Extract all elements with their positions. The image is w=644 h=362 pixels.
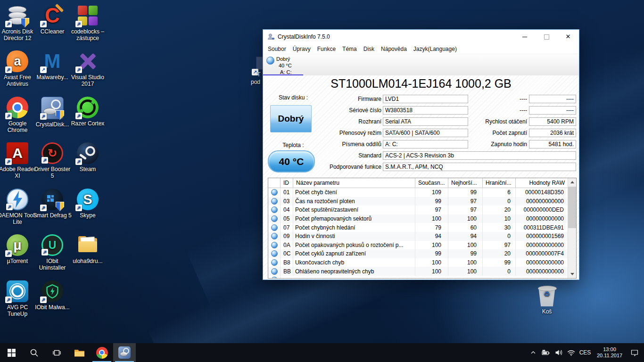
- tray-volume-button[interactable]: [553, 343, 565, 362]
- desktop-icon-codeblocks[interactable]: ↗codeblocks – zástupce: [67, 5, 108, 41]
- disk-tab[interactable]: Dobrý 40 °C A: C:: [263, 54, 303, 76]
- smart-defrag-icon: ↗: [41, 189, 63, 210]
- scrollbar-thumb[interactable]: [568, 187, 576, 228]
- field-mid-0-label: Firmware: [301, 95, 381, 103]
- tray-language-indicator[interactable]: CES: [577, 343, 593, 362]
- desktop-icon-razer-cortex[interactable]: ↗Razer Cortex: [67, 97, 108, 127]
- search-button[interactable]: [23, 343, 45, 362]
- shortcut-arrow-icon: ↗: [40, 113, 47, 120]
- smart-row-BB[interactable]: BBOhlášeno neopravitelných chyb100100000…: [268, 267, 576, 276]
- cell: 000000000000: [516, 241, 568, 250]
- desktop-icon-iobit-malware[interactable]: ↗IObit Malwa...: [32, 280, 73, 311]
- cell: 100: [415, 267, 448, 276]
- desktop-icon-smart-defrag[interactable]: ↗Smart Defrag 5: [32, 189, 73, 219]
- field-mid-3-value: SATA/600 | SATA/600: [383, 129, 468, 137]
- field-wide-1-label: Podporované funkce: [301, 163, 381, 171]
- tray-wifi-button[interactable]: [565, 343, 577, 362]
- desktop-icon-steam[interactable]: ↗Steam: [67, 142, 108, 173]
- cell: 6: [483, 188, 516, 197]
- field-mid-0-value: LVD1: [383, 95, 468, 103]
- action-center-button[interactable]: [626, 343, 643, 362]
- smart-row-05[interactable]: 05Počet přemapovaných sektorů10010010000…: [268, 214, 576, 223]
- menu-item-funkce[interactable]: Funkce: [314, 46, 339, 52]
- smart-row-04[interactable]: 04Počet spuštění/zastavení97972000000000…: [268, 206, 576, 214]
- desktop-icon-label: Visual Studio 2017: [68, 74, 107, 87]
- shortcut-arrow-icon: ↗: [41, 249, 48, 255]
- cell: Hodin v činnosti: [293, 232, 415, 241]
- desktop-icon-label: codeblocks – zástupce: [68, 28, 107, 41]
- partial-icon-image: [256, 57, 263, 70]
- taskbar-chrome-button[interactable]: [91, 343, 113, 362]
- field-right-2-label: Rychlost otáčení: [466, 117, 527, 126]
- taskbar-crystaldiskinfo-button[interactable]: [113, 343, 136, 362]
- header-cell-icon[interactable]: [268, 178, 281, 188]
- desktop-icon-label: Smart Defrag 5: [33, 212, 71, 219]
- shortcut-arrow-icon: ↗: [75, 21, 82, 27]
- blue-status-icon: [271, 198, 278, 205]
- menu-item-npovda[interactable]: Nápověda: [378, 46, 410, 52]
- smart-row-B8[interactable]: B8Ukončovacích chyb10010099000000000000: [268, 258, 576, 267]
- file-explorer-button[interactable]: [68, 343, 91, 362]
- cell: BB: [281, 267, 293, 276]
- tray-battery-button[interactable]: [539, 343, 553, 362]
- smart-row-07[interactable]: 07Počet chybných hledání796030000311DBEA…: [268, 223, 576, 232]
- desktop-icon-ccleaner[interactable]: C↗CCleaner: [32, 5, 73, 35]
- driver-booster-icon: ↻↗: [41, 142, 63, 164]
- field-right-0-value: ----: [529, 95, 576, 103]
- cell: 07: [281, 223, 293, 232]
- scroll-down-button[interactable]: [568, 270, 576, 278]
- smart-row-0C[interactable]: 0CPočet cyklů zapnutí zařízení9999200000…: [268, 249, 576, 258]
- desktop-icon-recycle-bin[interactable]: ♻ Koš: [527, 286, 567, 315]
- field-mid-2-value: Serial ATA: [383, 117, 468, 126]
- header-cell[interactable]: Současn...: [415, 178, 448, 188]
- menu-item-jazyklanguage[interactable]: Jazyk(Language): [410, 46, 460, 52]
- tray-clock[interactable]: 13:00 20.11.2017: [593, 343, 626, 362]
- header-cell[interactable]: ID: [281, 178, 293, 188]
- status-sphere-cell: [268, 232, 281, 241]
- smart-row-09[interactable]: 09Hodin v činnosti94940000000001569: [268, 232, 576, 241]
- desktop-icon-label: Razer Cortex: [71, 120, 105, 127]
- cell: Ukončovacích chyb: [293, 258, 415, 267]
- header-cell[interactable]: Hodnoty RAW: [516, 178, 568, 188]
- table-scrollbar[interactable]: [568, 178, 576, 278]
- desktop-icon-crystaldiskinfo[interactable]: ↗CrystalDisk...: [32, 97, 73, 128]
- cell: 97: [415, 206, 448, 214]
- desktop-icon-uloha-folder[interactable]: uloha9dru...: [67, 234, 108, 264]
- field-mid-1-label: Sériové číslo: [301, 106, 381, 115]
- field-mid-4-value: A: C:: [383, 140, 468, 148]
- task-view-button[interactable]: [45, 343, 68, 362]
- minimize-button[interactable]: [514, 30, 536, 44]
- status-sphere-cell: [268, 214, 281, 223]
- menu-item-soubor[interactable]: Soubor: [264, 46, 289, 52]
- start-button[interactable]: [0, 343, 23, 362]
- menu-item-tma[interactable]: Téma: [339, 46, 360, 52]
- smart-row-0A[interactable]: 0APočet opakovaných pokusů o roztočení p…: [268, 241, 576, 250]
- task-view-icon: [52, 349, 61, 357]
- header-cell[interactable]: Název parametru: [293, 178, 415, 188]
- close-button[interactable]: ✕: [557, 30, 579, 44]
- field-right-3-label: Počet zapnutí: [466, 129, 527, 137]
- menu-item-pravy[interactable]: Úpravy: [289, 46, 314, 52]
- maximize-button[interactable]: [536, 30, 557, 44]
- field-right-1-label: ----: [466, 106, 527, 115]
- scroll-up-button[interactable]: [568, 178, 576, 186]
- desktop-icon-iobit-uninstaller[interactable]: U↗IObit Uninstaller: [32, 234, 73, 271]
- cell: Čas na roztočení ploten: [293, 197, 415, 206]
- smart-row-03[interactable]: 03Čas na roztočení ploten999700000000000…: [268, 197, 576, 206]
- blue-status-icon: [271, 277, 278, 279]
- desktop-icon-driver-booster[interactable]: ↻↗Driver Booster 5: [32, 142, 73, 179]
- header-cell[interactable]: Nejhorší...: [448, 178, 483, 188]
- menu-item-disk[interactable]: Disk: [360, 46, 378, 52]
- window-titlebar[interactable]: CrystalDiskInfo 7.5.0 ✕: [263, 30, 579, 44]
- blue-status-icon: [271, 259, 278, 266]
- desktop-icon-visual-studio[interactable]: ↗Visual Studio 2017: [67, 50, 108, 87]
- smart-row-01[interactable]: 01Počet chyb čtení10999600000148D350: [268, 188, 576, 197]
- triangle-down-icon: [570, 273, 574, 275]
- tray-chevron-button[interactable]: [527, 343, 539, 362]
- shortcut-arrow-icon: ↗: [6, 204, 13, 210]
- cell: 000000000DED: [516, 206, 568, 214]
- header-cell[interactable]: Hraniční...: [483, 178, 516, 188]
- desktop-icon-malwarebytes[interactable]: M↗Malwareby...: [32, 50, 73, 81]
- smart-row-partial: [268, 276, 576, 279]
- desktop-icon-skype[interactable]: S↗Skype: [67, 189, 108, 219]
